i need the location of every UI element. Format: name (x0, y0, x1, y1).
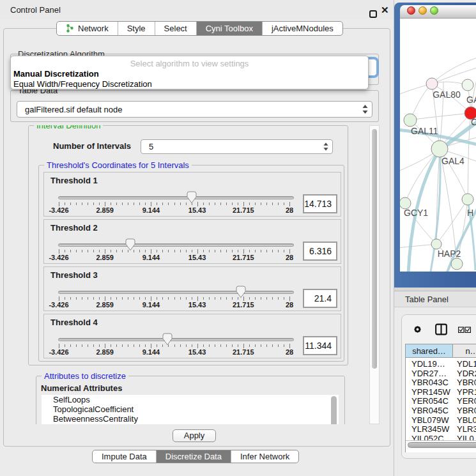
algorithm-placeholder-item[interactable]: Select algorithm to view settings (11, 59, 368, 68)
threshold-value-field[interactable]: 11.344 (303, 336, 337, 355)
network-node[interactable] (462, 79, 473, 91)
slider-tick (186, 297, 187, 300)
table-cell-name[interactable]: YLR3 (457, 424, 476, 434)
table-cell-shared-name[interactable]: YBL079W (411, 415, 449, 425)
threshold-slider-track[interactable] (58, 243, 294, 247)
bottom-tab-impute-data[interactable]: Impute Data (93, 450, 157, 463)
slider-tick (145, 250, 146, 252)
slider-tick (238, 203, 238, 205)
slider-tick (266, 344, 267, 347)
table-cell-shared-name[interactable]: YPR145W (411, 387, 450, 397)
slider-tick (272, 297, 273, 300)
network-window-titlebar[interactable] (400, 5, 476, 19)
table-cell-shared-name[interactable]: YBR043C (411, 378, 449, 387)
threshold-slider-track[interactable] (58, 291, 294, 294)
slider-tick (197, 249, 198, 254)
network-node[interactable] (404, 114, 417, 127)
network-node[interactable] (451, 258, 463, 270)
tab-cyni-toolbox[interactable]: Cyni Toolbox (197, 22, 263, 35)
threshold-slider-thumb[interactable] (125, 238, 135, 251)
network-node[interactable] (431, 239, 441, 249)
attribute-list-item[interactable]: SelfLoops (42, 395, 339, 404)
threshold-slider-thumb[interactable] (236, 286, 246, 298)
table-cell-name[interactable]: YDL1 (457, 359, 476, 369)
bottom-tab-discretize-data[interactable]: Discretize Data (157, 450, 231, 463)
threshold-slider-track[interactable] (58, 196, 294, 199)
network-node[interactable] (431, 141, 448, 157)
column-layout-icon[interactable] (435, 323, 447, 335)
slider-tick (203, 344, 204, 347)
gear-icon[interactable] (413, 325, 422, 334)
network-node[interactable] (426, 78, 438, 89)
table-cell-shared-name[interactable]: YLR345W (411, 424, 449, 434)
network-edge[interactable] (440, 149, 457, 264)
table-hscrollbar-thumb[interactable] (408, 442, 476, 448)
attributes-group-label: Attributes to discretize (42, 371, 128, 381)
threshold-slider-track[interactable] (58, 338, 294, 341)
right-column: GAL80GACGAL11GAL4GCY1HHAP2 Table Panel (394, 0, 476, 476)
popup-item-equal-width[interactable]: Equal Width/Frequency Discretization (13, 79, 152, 89)
close-icon[interactable]: ✕ (381, 4, 389, 16)
network-canvas[interactable]: GAL80GACGAL11GAL4GCY1HHAP2 (400, 19, 476, 272)
slider-tick (139, 250, 140, 252)
slider-tick (289, 296, 290, 301)
threshold-slider-thumb[interactable] (187, 191, 197, 204)
attribute-list-item[interactable]: TopologicalCoefficient (42, 404, 339, 414)
slider-tick (261, 203, 261, 205)
network-node-label: H (467, 208, 473, 218)
network-edge[interactable] (400, 244, 436, 248)
combo-arrows-icon (323, 142, 328, 151)
slider-tick (220, 203, 221, 205)
table-cell-name[interactable]: YBR0 (457, 378, 476, 387)
column-header-shared-name[interactable]: shared… (406, 344, 453, 358)
table-cell-name[interactable]: YBR0 (457, 406, 476, 415)
network-edge[interactable] (410, 113, 471, 120)
slider-tick (116, 344, 117, 347)
threshold-value-field[interactable]: 21.4 (303, 289, 337, 308)
network-node-label: GAL4 (441, 156, 464, 166)
slider-tick (134, 203, 134, 205)
slider-tick (266, 250, 267, 252)
minimize-traffic-light[interactable] (418, 6, 427, 15)
slider-tick (93, 250, 94, 252)
settings-scrollbar[interactable] (369, 125, 380, 424)
tab-network[interactable]: Network (57, 22, 118, 35)
table-data-combobox[interactable]: galFiltered.sif default node (17, 101, 372, 118)
threshold-slider-thumb[interactable] (162, 333, 173, 346)
network-node[interactable] (462, 194, 473, 205)
attributes-list-scrollbar[interactable] (331, 396, 337, 424)
table-cell-shared-name[interactable]: YDR27… (411, 369, 447, 378)
select-columns-icon[interactable] (458, 326, 471, 334)
bottom-tab-infer-network[interactable]: Infer Network (231, 450, 298, 463)
popup-item-manual-discretization[interactable]: Manual Discretization (13, 69, 99, 79)
slider-tick (284, 203, 284, 205)
tab-select[interactable]: Select (155, 22, 197, 35)
table-cell-name[interactable]: YPR1 (457, 387, 476, 397)
table-cell-name[interactable]: YBL0 (457, 415, 476, 425)
threshold-value-field[interactable]: 6.316 (303, 242, 337, 261)
slider-tick (289, 249, 290, 254)
apply-button[interactable]: Apply (173, 429, 216, 442)
tab-style[interactable]: Style (118, 22, 155, 35)
zoom-traffic-light[interactable] (430, 6, 438, 15)
table-cell-shared-name[interactable]: YER054C (411, 396, 449, 406)
slider-tick (180, 203, 181, 205)
slider-tick (88, 250, 88, 252)
close-traffic-light[interactable] (407, 6, 415, 15)
slider-scale-label: 21.715 (233, 254, 254, 261)
slider-tick (261, 344, 261, 347)
tab-jactivemnodules[interactable]: jActiveMNodules (263, 22, 342, 35)
slider-tick (65, 250, 65, 252)
number-of-intervals-combobox[interactable]: 5 (141, 139, 333, 154)
settings-scrollbar-thumb[interactable] (372, 129, 377, 369)
table-hscrollbar[interactable] (406, 440, 476, 449)
table-cell-name[interactable]: YER0 (457, 396, 476, 406)
float-icon[interactable] (369, 10, 377, 18)
table-cell-name[interactable]: YDR2 (457, 369, 476, 378)
slider-tick (82, 344, 82, 347)
column-header-name[interactable]: n… (453, 344, 476, 358)
attribute-list-item[interactable]: BetweennessCentrality (42, 414, 339, 424)
table-cell-shared-name[interactable]: YDL19… (411, 359, 445, 369)
table-cell-shared-name[interactable]: YBR045C (411, 406, 449, 415)
threshold-value-field[interactable]: 14.713 (303, 194, 337, 213)
